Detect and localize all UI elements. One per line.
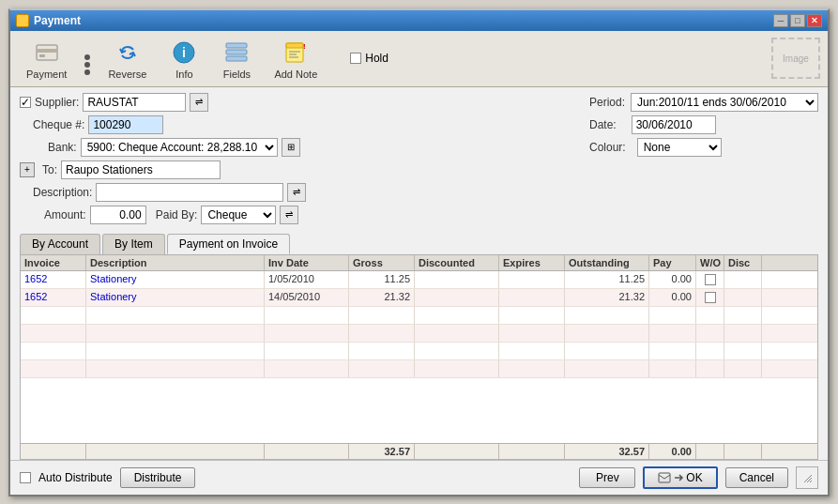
cell-empty [21, 325, 86, 342]
cell-wo-2[interactable] [696, 289, 724, 306]
supplier-lookup-button[interactable]: ⇌ [190, 93, 208, 112]
fields-button[interactable]: Fields [213, 35, 260, 83]
cell-empty [349, 325, 415, 342]
footer-wo [696, 444, 724, 459]
resize-handle[interactable] [796, 466, 818, 489]
bank-select[interactable]: 5900: Cheque Account: 28,288.10 [81, 138, 278, 157]
cheque-input[interactable] [88, 115, 163, 134]
supplier-input[interactable] [83, 93, 186, 112]
toolbar: Payment Reverse i [10, 31, 828, 87]
cell-empty [349, 343, 415, 359]
prev-button[interactable]: Prev [579, 467, 635, 488]
wo-checkbox-2[interactable] [705, 292, 716, 303]
colour-select[interactable]: None [637, 138, 722, 157]
cell-empty [21, 360, 86, 377]
description-action-button[interactable]: ⇌ [287, 183, 306, 202]
cell-empty [696, 325, 724, 342]
fields-label: Fields [223, 69, 251, 80]
tab-by-item[interactable]: By Item [102, 234, 165, 254]
window-title: Payment [34, 14, 81, 27]
col-discounted: Discounted [415, 255, 499, 270]
maximize-button[interactable]: □ [790, 14, 805, 27]
table-row: 1652 Stationery 14/05/2010 21.32 21.32 0… [21, 289, 817, 307]
cell-invoice-2[interactable]: 1652 [21, 289, 86, 306]
cell-empty [649, 307, 696, 324]
paid-by-label: Paid By: [156, 208, 198, 221]
cell-expires-2 [499, 289, 565, 306]
col-gross: Gross [349, 255, 415, 270]
cell-empty [499, 343, 565, 359]
tab-by-account[interactable]: By Account [20, 234, 100, 254]
svg-rect-1 [37, 49, 57, 53]
form-left: ✓ Supplier: ⇌ Cheque #: Bank: 5900: Cheq… [20, 93, 571, 228]
info-button[interactable]: i Info [160, 35, 207, 83]
expand-button[interactable]: + [20, 162, 35, 177]
amount-input[interactable] [90, 206, 146, 224]
cell-empty [265, 307, 349, 324]
wo-checkbox-1[interactable] [705, 274, 716, 285]
svg-rect-14 [659, 473, 670, 482]
cell-description-2[interactable]: Stationery [86, 289, 265, 306]
cell-empty [86, 360, 265, 377]
footer-expires [499, 444, 565, 459]
cell-expires-1 [499, 271, 565, 288]
footer-description [86, 444, 265, 459]
amount-action-button[interactable]: ⇌ [280, 206, 298, 224]
cell-empty [565, 325, 649, 342]
col-description: Description [86, 255, 265, 270]
col-invoice: Invoice [21, 255, 86, 270]
svg-rect-9 [286, 43, 303, 48]
paid-by-select[interactable]: Cheque [201, 206, 276, 224]
minimize-button[interactable]: ─ [773, 14, 788, 27]
col-pay: Pay [649, 255, 696, 270]
close-button[interactable]: ✕ [807, 14, 822, 27]
cell-empty [649, 325, 696, 342]
col-expires: Expires [499, 255, 565, 270]
cell-pay-2[interactable]: 0.00 [649, 289, 696, 306]
svg-rect-2 [39, 54, 45, 57]
cancel-button[interactable]: Cancel [725, 467, 788, 488]
payment-button[interactable]: Payment [18, 35, 75, 83]
supplier-row: ✓ Supplier: ⇌ [20, 93, 571, 112]
tab-payment-on-invoice[interactable]: Payment on Invoice [167, 234, 290, 254]
cell-wo-1[interactable] [696, 271, 724, 288]
cell-empty [349, 307, 415, 324]
cell-invoice-1[interactable]: 1652 [21, 271, 86, 288]
svg-rect-7 [226, 56, 247, 61]
grid-body: 1652 Stationery 1/05/2010 11.25 11.25 0.… [21, 271, 817, 443]
footer-disc [724, 444, 762, 459]
distribute-button[interactable]: Distribute [120, 467, 196, 488]
cell-disc-2 [724, 289, 762, 306]
reverse-button[interactable]: Reverse [99, 35, 155, 83]
supplier-checkbox[interactable]: ✓ [20, 97, 31, 108]
footer-invoice [21, 444, 86, 459]
to-input[interactable] [61, 160, 221, 179]
cell-empty [86, 343, 265, 359]
prev-label: Prev [596, 471, 619, 484]
auto-distribute-checkbox[interactable] [20, 472, 31, 483]
cell-disc-1 [724, 271, 762, 288]
send-ok-button[interactable]: OK [643, 466, 717, 489]
period-select[interactable]: Jun:2010/11 ends 30/06/2010 [631, 93, 818, 112]
title-bar-left: Payment [16, 14, 81, 27]
cell-outstanding-1: 11.25 [565, 271, 649, 288]
cell-empty [696, 307, 724, 324]
resize-icon [800, 471, 814, 484]
cell-empty [349, 360, 415, 377]
add-note-button[interactable]: ! Add Note [266, 35, 326, 83]
cancel-label: Cancel [739, 471, 774, 484]
image-placeholder: Image [771, 38, 820, 79]
cell-description-1[interactable]: Stationery [86, 271, 265, 288]
window-icon [16, 14, 29, 27]
hold-checkbox[interactable] [350, 53, 361, 64]
cell-pay-1[interactable]: 0.00 [649, 271, 696, 288]
date-input[interactable] [632, 115, 716, 134]
svg-text:i: i [182, 45, 186, 60]
cell-empty [565, 307, 649, 324]
description-input[interactable] [96, 183, 283, 202]
cell-invdate-2: 14/05/2010 [265, 289, 349, 306]
col-wo: W/O [696, 255, 724, 270]
table-row [21, 343, 817, 360]
title-bar: Payment ─ □ ✕ [10, 10, 828, 31]
bank-action-button[interactable]: ⊞ [282, 138, 300, 157]
